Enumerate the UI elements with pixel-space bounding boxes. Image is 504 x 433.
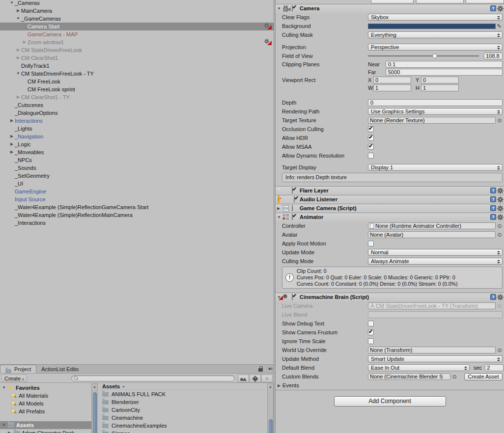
tree-scrollbar[interactable]: ▲ <box>91 383 98 433</box>
hierarchy-item[interactable]: ▶CM StateDrivenFreeLook <box>0 46 274 54</box>
hierarchy-item[interactable]: GameCamera - MAP <box>0 30 274 38</box>
foldout-arrow-icon[interactable]: ▶ <box>9 118 15 123</box>
hierarchy-item[interactable]: GameEngine <box>0 188 274 195</box>
tab-actionlist-editor[interactable]: ActionList Edito <box>36 365 84 373</box>
value-field[interactable]: 0.1 <box>386 61 503 68</box>
hierarchy-item[interactable]: ▼_Cameras <box>0 0 274 7</box>
hierarchy-item[interactable]: _UI <box>0 180 274 188</box>
search-by-type-button[interactable] <box>238 375 249 382</box>
help-icon[interactable]: ? <box>490 188 496 193</box>
list-scrollbar[interactable]: ▲ <box>267 383 274 433</box>
object-picker-icon[interactable]: ⊙ <box>497 347 503 353</box>
help-icon[interactable]: ? <box>490 196 496 202</box>
checkbox[interactable] <box>368 144 374 150</box>
object-picker-icon[interactable]: ⊙ <box>497 117 503 124</box>
hierarchy-item[interactable]: _Interactions <box>0 219 274 227</box>
checkbox[interactable] <box>368 126 374 132</box>
help-icon[interactable]: ? <box>490 205 496 211</box>
foldout-arrow-icon[interactable]: ▼ <box>2 423 6 427</box>
foldout-arrow-icon[interactable]: ▶ <box>22 40 28 44</box>
hierarchy-item[interactable]: _SetGeometry <box>0 172 274 180</box>
foldout-arrow-icon[interactable]: ▶ <box>15 55 21 60</box>
foldout-arrow-icon[interactable]: ▶ <box>9 134 15 138</box>
hierarchy-item[interactable]: _Sounds <box>0 164 274 172</box>
foldout-arrow-icon[interactable]: ▼ <box>2 385 6 390</box>
folder-row[interactable]: ANIMALS FULL PACK <box>98 390 267 398</box>
checkbox[interactable] <box>368 135 374 141</box>
component-header[interactable]: Audio Listener? <box>276 195 504 204</box>
hierarchy-item[interactable]: _Water4Example (Simple)ReflectionMainCam… <box>0 211 274 219</box>
checkbox[interactable] <box>368 329 374 335</box>
foldout-arrow-icon[interactable]: ▼ <box>9 0 15 5</box>
checkbox[interactable] <box>368 338 374 344</box>
foldout-arrow-icon[interactable]: ▶ <box>8 431 11 433</box>
hierarchy-item[interactable]: ▶CM ClearShot1 - TY <box>0 93 274 101</box>
scroll-up-icon[interactable]: ▲ <box>268 385 273 388</box>
foldout-arrow-icon[interactable]: ▼ <box>277 215 281 219</box>
object-field[interactable]: None (Render Texture) <box>368 117 496 124</box>
hierarchy-item[interactable]: ▶CM ClearShot1 <box>0 54 274 62</box>
search-favorites-button[interactable]: ★ <box>261 375 273 382</box>
checkbox[interactable] <box>368 321 374 326</box>
gear-icon[interactable] <box>497 214 504 220</box>
hierarchy-item[interactable]: Camera Start <box>0 23 274 30</box>
create-asset-button[interactable]: Create Asset <box>464 373 503 380</box>
dropdown[interactable]: Smart Update <box>368 355 503 362</box>
gear-icon[interactable] <box>497 196 504 203</box>
gear-icon[interactable] <box>497 205 504 212</box>
hierarchy-item[interactable]: Input Source <box>0 195 274 203</box>
breadcrumb[interactable]: Assets ▸ <box>98 383 267 390</box>
eyedropper-icon[interactable]: ✎ <box>496 23 503 29</box>
dropdown[interactable]: Display 1 <box>368 164 503 171</box>
help-icon[interactable]: ? <box>490 5 496 11</box>
object-field[interactable]: None (Cinemachine Blender S <box>368 373 450 380</box>
clipped-field[interactable] <box>416 0 464 3</box>
component-enabled-checkbox[interactable] <box>292 294 293 300</box>
value-field[interactable]: 1 <box>421 84 459 91</box>
folder-row[interactable]: Blenderizer <box>98 398 267 406</box>
folder-row[interactable]: CartoonCity <box>98 406 267 414</box>
scroll-up-icon[interactable]: ▲ <box>92 385 97 388</box>
search-input[interactable] <box>71 375 235 381</box>
hierarchy-item[interactable]: ▶Interactions <box>0 117 274 125</box>
create-button[interactable]: Create▾ <box>1 375 27 382</box>
color-swatch[interactable] <box>368 24 496 29</box>
object-picker-icon[interactable]: ⊙ <box>497 232 503 238</box>
help-icon[interactable]: ? <box>490 214 496 220</box>
hierarchy-item[interactable]: ▶_Logic <box>0 140 274 148</box>
hierarchy-item[interactable]: CM FreeLook sprint <box>0 85 274 93</box>
foldout-arrow-icon[interactable]: ▼ <box>277 6 281 11</box>
clipped-field[interactable] <box>371 0 414 3</box>
dropdown[interactable]: Use Graphics Settings <box>368 108 503 115</box>
hierarchy-item[interactable]: CM FreeLook <box>0 78 274 85</box>
folder-row[interactable]: Gizmos <box>98 430 267 433</box>
scrollbar-thumb[interactable] <box>93 392 97 433</box>
tree-item-all-models[interactable]: All Models <box>0 400 91 407</box>
hierarchy-item[interactable]: ▼_GameCameras <box>0 15 274 23</box>
lock-icon[interactable] <box>258 368 263 372</box>
foldout-arrow-icon[interactable]: ▼ <box>15 71 21 76</box>
value-field[interactable]: 0 <box>373 77 411 83</box>
tree-item-all-prefabs[interactable]: All Prefabs <box>0 407 91 415</box>
component-header[interactable]: Flare Layer? <box>276 187 504 195</box>
component-header[interactable]: ▼Cinemachine Brain (Script)? <box>276 293 504 301</box>
gear-icon[interactable] <box>497 188 504 194</box>
component-enabled-checkbox[interactable] <box>292 187 293 194</box>
object-field[interactable]: CM StateDrivenFreeLook - TY (Transform) <box>368 302 496 309</box>
value-field[interactable]: 0 <box>421 77 459 83</box>
hierarchy-item[interactable]: _Lights <box>0 125 274 133</box>
object-field[interactable]: None (Transform) <box>368 347 496 353</box>
value-field[interactable]: 5000 <box>386 69 503 76</box>
hierarchy-item[interactable]: ▶MainCamera <box>0 7 274 15</box>
dropdown[interactable]: Everything <box>368 31 503 38</box>
component-header[interactable]: ▼Camera? <box>276 4 504 13</box>
dropdown[interactable]: Always Animate <box>368 258 503 265</box>
object-picker-icon[interactable]: ⊙ <box>497 303 503 309</box>
tree-item-adam-character-pack[interactable]: ▶Adam Character Pack <box>0 429 91 433</box>
object-field[interactable]: None (Runtime Animator Controller) <box>368 222 496 229</box>
hierarchy-item[interactable]: _Cutscenes <box>0 101 274 109</box>
slider-handle[interactable] <box>432 54 437 58</box>
search-by-label-button[interactable] <box>250 375 261 382</box>
hierarchy-item[interactable]: _Water4Example (Simple)ReflectionGameCam… <box>0 203 274 211</box>
foldout-arrow-icon[interactable]: ▶ <box>15 8 21 13</box>
